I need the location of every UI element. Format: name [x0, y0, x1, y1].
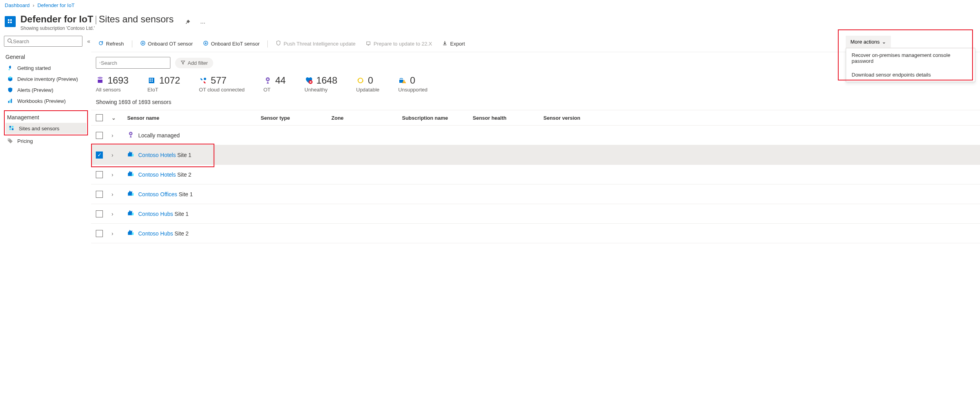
chevron-right-icon[interactable]: ›: [112, 230, 113, 237]
title-sub: Sites and sensors: [99, 14, 174, 24]
button-label: Onboard EIoT sensor: [211, 41, 260, 47]
sidebar-item-alerts[interactable]: Alerts (Preview): [4, 84, 88, 95]
pin-icon: [127, 131, 134, 139]
row-checkbox[interactable]: [96, 191, 103, 198]
svg-rect-2: [10, 19, 12, 21]
col-header-subscription[interactable]: Subscription name: [402, 115, 473, 121]
row-name: Locally managed: [138, 132, 180, 139]
onboard-eiot-button[interactable]: Onboard EIoT sensor: [201, 39, 262, 49]
sidebar-item-label: Pricing: [17, 138, 33, 144]
row-suffix: Site 2: [176, 172, 192, 178]
svg-rect-0: [8, 19, 9, 21]
table-row[interactable]: ›Contoso Hubs Site 2: [91, 224, 980, 243]
col-header-name[interactable]: Sensor name: [127, 115, 261, 121]
table-row[interactable]: ›Contoso Hubs Site 1: [91, 204, 980, 224]
row-name[interactable]: Contoso Hotels: [138, 172, 176, 178]
table-body: ›Locally managed›Contoso Hotels Site 1›C…: [91, 126, 980, 243]
grid-icon: [9, 125, 15, 131]
row-checkbox[interactable]: [96, 132, 103, 139]
breadcrumb-defender[interactable]: Defender for IoT: [37, 2, 75, 8]
warning-icon: [398, 76, 407, 85]
sidebar-item-label: Workbooks (Preview): [17, 98, 66, 104]
svg-rect-32: [404, 82, 404, 83]
stat-ot-cloud[interactable]: 577 OT cloud connected: [199, 75, 245, 93]
export-button[interactable]: Export: [440, 39, 467, 49]
sidebar-item-pricing[interactable]: Pricing: [4, 135, 88, 146]
svg-rect-17: [366, 42, 370, 45]
svg-rect-31: [404, 81, 404, 82]
stat-value: 44: [275, 75, 286, 86]
sidebar-item-getting-started[interactable]: Getting started: [4, 62, 88, 73]
refresh-button[interactable]: Refresh: [96, 39, 126, 49]
table-row[interactable]: ›Locally managed: [91, 126, 980, 145]
sidebar-item-label: Device inventory (Preview): [17, 76, 78, 82]
download-icon: [442, 40, 448, 47]
svg-rect-3: [10, 22, 12, 23]
row-name[interactable]: Contoso Hubs: [138, 211, 173, 217]
stat-unhealthy[interactable]: 1648 Unhealthy: [305, 75, 337, 93]
row-name[interactable]: Contoso Offices: [138, 191, 177, 197]
sidebar-item-workbooks[interactable]: Workbooks (Preview): [4, 95, 88, 106]
stat-label: OT: [263, 87, 286, 93]
row-name[interactable]: Contoso Hotels: [138, 152, 176, 158]
sidebar-search-input[interactable]: [13, 38, 79, 44]
svg-point-4: [8, 39, 11, 42]
stat-value: 0: [410, 75, 415, 86]
stat-label: Updatable: [356, 87, 379, 93]
sidebar-search[interactable]: [4, 36, 82, 47]
content-search-input[interactable]: [101, 60, 167, 66]
sidebar-item-sites-sensors[interactable]: Sites and sensors: [5, 123, 86, 134]
select-all-checkbox[interactable]: [96, 114, 103, 121]
chevron-right-icon[interactable]: ›: [112, 211, 113, 217]
stat-updatable[interactable]: 0 Updatable: [356, 75, 379, 93]
add-filter-button[interactable]: Add filter: [175, 58, 213, 68]
refresh-icon: [98, 40, 104, 47]
chevron-right-icon[interactable]: ›: [112, 191, 113, 197]
button-label: Onboard OT sensor: [148, 41, 193, 47]
content-search[interactable]: [96, 57, 170, 69]
col-header-zone[interactable]: Zone: [331, 115, 402, 121]
stat-eiot[interactable]: 1072 EIoT: [147, 75, 180, 93]
row-checkbox[interactable]: [96, 152, 103, 159]
col-header-version[interactable]: Sensor version: [543, 115, 614, 121]
button-label: Add filter: [188, 60, 208, 66]
chevron-right-icon[interactable]: ›: [112, 152, 113, 158]
pin-button[interactable]: [183, 18, 192, 28]
menu-item-download-endpoints[interactable]: Download sensor endpoints details: [846, 68, 975, 82]
stat-ot[interactable]: 44 OT: [263, 75, 286, 93]
table-row[interactable]: ›Contoso Offices Site 1: [91, 184, 980, 204]
toolbar: Refresh Onboard OT sensor Onboard EIoT s…: [91, 36, 980, 52]
row-name[interactable]: Contoso Hubs: [138, 230, 173, 237]
row-checkbox[interactable]: [96, 230, 103, 237]
breadcrumb-dashboard[interactable]: Dashboard: [5, 2, 30, 8]
col-header-type[interactable]: Sensor type: [261, 115, 331, 121]
more-actions-button[interactable]: More actions ⌄: [846, 36, 891, 48]
separator: [267, 40, 268, 47]
chevron-right-icon[interactable]: ›: [112, 172, 113, 178]
stat-unsupported[interactable]: 0 Unsupported: [398, 75, 427, 93]
stat-label: EIoT: [147, 87, 180, 93]
stat-value: 577: [211, 75, 227, 86]
prepare-update-button: Prepare to update to 22.X: [364, 39, 435, 49]
table-row[interactable]: ›Contoso Hotels Site 2: [91, 165, 980, 184]
row-checkbox[interactable]: [96, 171, 103, 178]
chevron-down-icon[interactable]: ⌄: [112, 115, 116, 121]
stat-label: OT cloud connected: [199, 87, 245, 93]
svg-point-6: [9, 69, 10, 71]
onboard-ot-button[interactable]: Onboard OT sensor: [138, 39, 196, 49]
sidebar-item-label: Alerts (Preview): [17, 87, 53, 93]
row-checkbox[interactable]: [96, 210, 103, 217]
menu-item-recover-password[interactable]: Recover on-premises management console p…: [846, 48, 975, 68]
sidebar: « General Getting started Device invento…: [0, 36, 91, 243]
stat-all-sensors[interactable]: 1693 All sensors: [96, 75, 128, 93]
svg-rect-9: [11, 99, 12, 103]
svg-point-26: [204, 78, 206, 80]
chevron-right-icon[interactable]: ›: [112, 132, 113, 139]
tag-icon: [7, 138, 13, 144]
more-button[interactable]: ⋯: [199, 18, 207, 27]
heart-broken-icon: [305, 76, 313, 85]
col-header-health[interactable]: Sensor health: [473, 115, 543, 121]
table-row[interactable]: ›Contoso Hotels Site 1: [91, 145, 980, 165]
sidebar-item-device-inventory[interactable]: Device inventory (Preview): [4, 73, 88, 84]
svg-point-14: [8, 139, 9, 140]
